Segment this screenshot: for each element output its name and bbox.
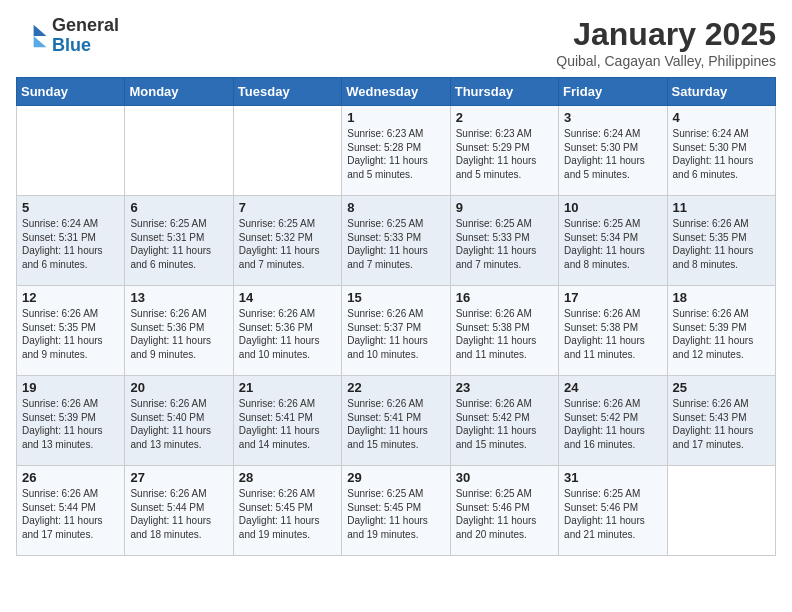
calendar-cell: 13Sunrise: 6:26 AMSunset: 5:36 PMDayligh… bbox=[125, 286, 233, 376]
weekday-header-thursday: Thursday bbox=[450, 78, 558, 106]
day-info: Sunrise: 6:25 AMSunset: 5:34 PMDaylight:… bbox=[564, 217, 661, 271]
calendar-cell: 22Sunrise: 6:26 AMSunset: 5:41 PMDayligh… bbox=[342, 376, 450, 466]
day-info: Sunrise: 6:26 AMSunset: 5:40 PMDaylight:… bbox=[130, 397, 227, 451]
day-info: Sunrise: 6:26 AMSunset: 5:42 PMDaylight:… bbox=[564, 397, 661, 451]
day-info: Sunrise: 6:23 AMSunset: 5:29 PMDaylight:… bbox=[456, 127, 553, 181]
calendar-cell: 11Sunrise: 6:26 AMSunset: 5:35 PMDayligh… bbox=[667, 196, 775, 286]
day-info: Sunrise: 6:24 AMSunset: 5:30 PMDaylight:… bbox=[564, 127, 661, 181]
weekday-header-row: SundayMondayTuesdayWednesdayThursdayFrid… bbox=[17, 78, 776, 106]
calendar-cell: 18Sunrise: 6:26 AMSunset: 5:39 PMDayligh… bbox=[667, 286, 775, 376]
day-info: Sunrise: 6:26 AMSunset: 5:38 PMDaylight:… bbox=[564, 307, 661, 361]
day-number: 9 bbox=[456, 200, 553, 215]
calendar-cell: 2Sunrise: 6:23 AMSunset: 5:29 PMDaylight… bbox=[450, 106, 558, 196]
calendar-week-row: 26Sunrise: 6:26 AMSunset: 5:44 PMDayligh… bbox=[17, 466, 776, 556]
day-number: 22 bbox=[347, 380, 444, 395]
calendar-cell bbox=[667, 466, 775, 556]
day-info: Sunrise: 6:26 AMSunset: 5:35 PMDaylight:… bbox=[673, 217, 770, 271]
title-block: January 2025 Quibal, Cagayan Valley, Phi… bbox=[556, 16, 776, 69]
day-info: Sunrise: 6:26 AMSunset: 5:36 PMDaylight:… bbox=[130, 307, 227, 361]
calendar-cell: 30Sunrise: 6:25 AMSunset: 5:46 PMDayligh… bbox=[450, 466, 558, 556]
calendar-cell: 5Sunrise: 6:24 AMSunset: 5:31 PMDaylight… bbox=[17, 196, 125, 286]
day-number: 25 bbox=[673, 380, 770, 395]
day-number: 12 bbox=[22, 290, 119, 305]
calendar-cell: 1Sunrise: 6:23 AMSunset: 5:28 PMDaylight… bbox=[342, 106, 450, 196]
calendar-week-row: 12Sunrise: 6:26 AMSunset: 5:35 PMDayligh… bbox=[17, 286, 776, 376]
location-subtitle: Quibal, Cagayan Valley, Philippines bbox=[556, 53, 776, 69]
day-info: Sunrise: 6:26 AMSunset: 5:37 PMDaylight:… bbox=[347, 307, 444, 361]
day-number: 7 bbox=[239, 200, 336, 215]
calendar-cell: 3Sunrise: 6:24 AMSunset: 5:30 PMDaylight… bbox=[559, 106, 667, 196]
day-number: 30 bbox=[456, 470, 553, 485]
svg-marker-0 bbox=[34, 25, 47, 36]
calendar-cell: 10Sunrise: 6:25 AMSunset: 5:34 PMDayligh… bbox=[559, 196, 667, 286]
day-number: 24 bbox=[564, 380, 661, 395]
weekday-header-wednesday: Wednesday bbox=[342, 78, 450, 106]
day-info: Sunrise: 6:25 AMSunset: 5:31 PMDaylight:… bbox=[130, 217, 227, 271]
calendar-cell: 16Sunrise: 6:26 AMSunset: 5:38 PMDayligh… bbox=[450, 286, 558, 376]
day-number: 3 bbox=[564, 110, 661, 125]
calendar-cell: 8Sunrise: 6:25 AMSunset: 5:33 PMDaylight… bbox=[342, 196, 450, 286]
calendar-cell: 25Sunrise: 6:26 AMSunset: 5:43 PMDayligh… bbox=[667, 376, 775, 466]
logo-text: General Blue bbox=[52, 16, 119, 56]
day-info: Sunrise: 6:26 AMSunset: 5:43 PMDaylight:… bbox=[673, 397, 770, 451]
day-info: Sunrise: 6:24 AMSunset: 5:31 PMDaylight:… bbox=[22, 217, 119, 271]
day-info: Sunrise: 6:24 AMSunset: 5:30 PMDaylight:… bbox=[673, 127, 770, 181]
calendar-cell: 9Sunrise: 6:25 AMSunset: 5:33 PMDaylight… bbox=[450, 196, 558, 286]
calendar-cell: 19Sunrise: 6:26 AMSunset: 5:39 PMDayligh… bbox=[17, 376, 125, 466]
calendar-week-row: 1Sunrise: 6:23 AMSunset: 5:28 PMDaylight… bbox=[17, 106, 776, 196]
calendar-cell: 23Sunrise: 6:26 AMSunset: 5:42 PMDayligh… bbox=[450, 376, 558, 466]
day-info: Sunrise: 6:25 AMSunset: 5:45 PMDaylight:… bbox=[347, 487, 444, 541]
calendar-cell: 20Sunrise: 6:26 AMSunset: 5:40 PMDayligh… bbox=[125, 376, 233, 466]
day-number: 4 bbox=[673, 110, 770, 125]
day-number: 28 bbox=[239, 470, 336, 485]
day-info: Sunrise: 6:25 AMSunset: 5:46 PMDaylight:… bbox=[564, 487, 661, 541]
calendar-cell: 27Sunrise: 6:26 AMSunset: 5:44 PMDayligh… bbox=[125, 466, 233, 556]
day-info: Sunrise: 6:25 AMSunset: 5:33 PMDaylight:… bbox=[347, 217, 444, 271]
day-info: Sunrise: 6:26 AMSunset: 5:39 PMDaylight:… bbox=[673, 307, 770, 361]
calendar-cell: 7Sunrise: 6:25 AMSunset: 5:32 PMDaylight… bbox=[233, 196, 341, 286]
weekday-header-monday: Monday bbox=[125, 78, 233, 106]
logo: General Blue bbox=[16, 16, 119, 56]
day-number: 11 bbox=[673, 200, 770, 215]
day-number: 5 bbox=[22, 200, 119, 215]
calendar-table: SundayMondayTuesdayWednesdayThursdayFrid… bbox=[16, 77, 776, 556]
calendar-cell: 24Sunrise: 6:26 AMSunset: 5:42 PMDayligh… bbox=[559, 376, 667, 466]
day-info: Sunrise: 6:25 AMSunset: 5:46 PMDaylight:… bbox=[456, 487, 553, 541]
weekday-header-sunday: Sunday bbox=[17, 78, 125, 106]
calendar-week-row: 5Sunrise: 6:24 AMSunset: 5:31 PMDaylight… bbox=[17, 196, 776, 286]
month-title: January 2025 bbox=[556, 16, 776, 53]
day-number: 10 bbox=[564, 200, 661, 215]
day-info: Sunrise: 6:26 AMSunset: 5:44 PMDaylight:… bbox=[130, 487, 227, 541]
day-number: 29 bbox=[347, 470, 444, 485]
day-info: Sunrise: 6:26 AMSunset: 5:45 PMDaylight:… bbox=[239, 487, 336, 541]
calendar-cell bbox=[125, 106, 233, 196]
logo-icon bbox=[16, 20, 48, 52]
day-info: Sunrise: 6:26 AMSunset: 5:41 PMDaylight:… bbox=[239, 397, 336, 451]
calendar-cell: 14Sunrise: 6:26 AMSunset: 5:36 PMDayligh… bbox=[233, 286, 341, 376]
day-info: Sunrise: 6:26 AMSunset: 5:35 PMDaylight:… bbox=[22, 307, 119, 361]
calendar-cell: 31Sunrise: 6:25 AMSunset: 5:46 PMDayligh… bbox=[559, 466, 667, 556]
day-number: 23 bbox=[456, 380, 553, 395]
weekday-header-saturday: Saturday bbox=[667, 78, 775, 106]
calendar-cell: 28Sunrise: 6:26 AMSunset: 5:45 PMDayligh… bbox=[233, 466, 341, 556]
calendar-week-row: 19Sunrise: 6:26 AMSunset: 5:39 PMDayligh… bbox=[17, 376, 776, 466]
day-number: 1 bbox=[347, 110, 444, 125]
day-info: Sunrise: 6:26 AMSunset: 5:38 PMDaylight:… bbox=[456, 307, 553, 361]
day-number: 21 bbox=[239, 380, 336, 395]
day-number: 16 bbox=[456, 290, 553, 305]
day-number: 8 bbox=[347, 200, 444, 215]
day-info: Sunrise: 6:26 AMSunset: 5:44 PMDaylight:… bbox=[22, 487, 119, 541]
day-number: 17 bbox=[564, 290, 661, 305]
day-info: Sunrise: 6:25 AMSunset: 5:32 PMDaylight:… bbox=[239, 217, 336, 271]
day-number: 18 bbox=[673, 290, 770, 305]
day-number: 31 bbox=[564, 470, 661, 485]
calendar-cell: 17Sunrise: 6:26 AMSunset: 5:38 PMDayligh… bbox=[559, 286, 667, 376]
day-info: Sunrise: 6:26 AMSunset: 5:39 PMDaylight:… bbox=[22, 397, 119, 451]
day-number: 20 bbox=[130, 380, 227, 395]
weekday-header-friday: Friday bbox=[559, 78, 667, 106]
calendar-cell bbox=[233, 106, 341, 196]
calendar-cell: 12Sunrise: 6:26 AMSunset: 5:35 PMDayligh… bbox=[17, 286, 125, 376]
weekday-header-tuesday: Tuesday bbox=[233, 78, 341, 106]
page-header: General Blue January 2025 Quibal, Cagaya… bbox=[16, 16, 776, 69]
day-info: Sunrise: 6:23 AMSunset: 5:28 PMDaylight:… bbox=[347, 127, 444, 181]
